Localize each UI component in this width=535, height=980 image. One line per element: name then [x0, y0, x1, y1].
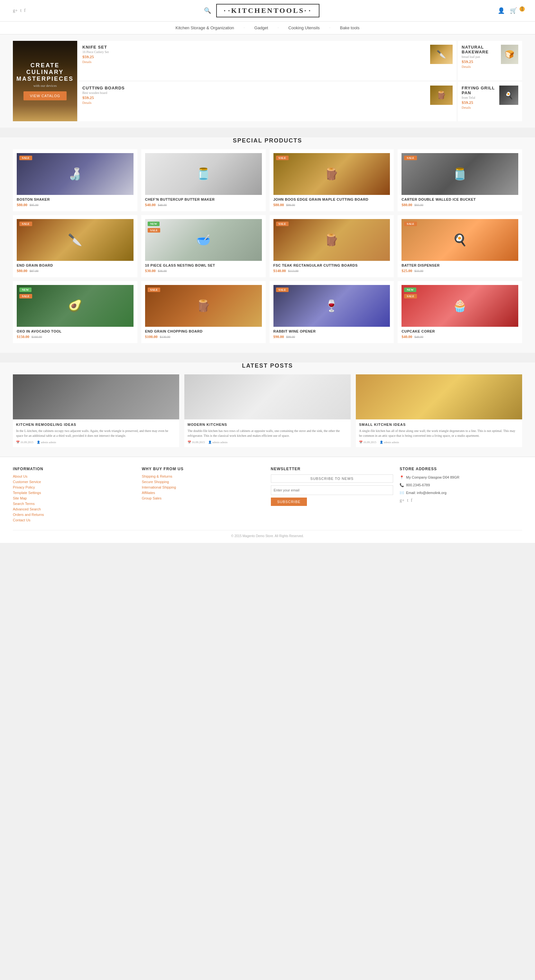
footer-link-customer-service[interactable]: Customer Service — [13, 480, 135, 484]
footer-facebook-icon[interactable]: f — [411, 498, 412, 503]
footer-link-search-terms[interactable]: Search Terms — [13, 502, 135, 506]
badge-sale-7: SALE — [276, 221, 289, 226]
search-icon[interactable]: 🔍 — [204, 7, 211, 14]
hero-section: KNIFE SET 16 Piece Cutlery Set $59.25 De… — [0, 34, 535, 128]
footer-why-buy: WHY BUY FROM US Shipping & Returns Secur… — [142, 467, 264, 523]
post-card-remodeling: KITCHEN REMODELING IDEAS In the L-kitche… — [13, 374, 179, 447]
footer-social: g+ t f — [400, 498, 522, 503]
product-img-cutting-board-maple: SALE 🪵 — [274, 153, 390, 195]
newsletter-subscribe-button[interactable]: SUBSCRIBE — [271, 498, 307, 506]
footer-link-affiliates[interactable]: Affiliates — [142, 491, 264, 495]
footer-why-buy-title: WHY BUY FROM US — [142, 467, 264, 471]
hero-card-cutting-price: $59.25 — [82, 95, 125, 100]
newsletter-email-input[interactable] — [271, 485, 393, 495]
header-social: g+ t f — [13, 8, 25, 13]
post-img-modern-kitchens — [184, 374, 351, 419]
cart-icon[interactable]: 🛒1 — [510, 7, 522, 14]
special-products-title: SPECIAL PRODUCTS — [13, 137, 522, 144]
product-img-boston-shaker: SALE 🍶 — [17, 153, 134, 195]
hero-card-bakeware-img: 🍞 — [501, 45, 518, 64]
footer-link-about-us[interactable]: About Us — [13, 474, 135, 478]
footer-link-privacy-policy[interactable]: Privacy Policy — [13, 485, 135, 489]
logo: ·KITCHENTOOLS· — [216, 4, 320, 18]
footer-information: INFORMATION About Us Customer Service Pr… — [13, 467, 135, 523]
product-card-butter-maker: 🫙 CHEF'N BUTTERCUP BUTTER MAKER $40.00 $… — [141, 149, 266, 211]
product-card-boston-shaker: SALE 🍶 BOSTON SHAKER $80.00 $95.00 — [13, 149, 137, 211]
post-content-small-kitchen: SMALL KITCHEN IDEAS A single-file kitche… — [356, 419, 522, 447]
product-name-batter-dispenser: BATTER DISPENSER — [401, 263, 518, 267]
post-card-modern-kitchens: MODERN KITCHENS The double-file kitchen … — [184, 374, 351, 447]
badge-sale-3: SALE — [276, 156, 289, 160]
product-img-wine-opener: SALE 🍷 — [274, 285, 390, 327]
product-name-glass-bowl: 10 PIECE GLASS NESTING BOWL SET — [145, 263, 262, 267]
hero-card-knife-img: 🔪 — [430, 45, 453, 64]
nav-item-bake-tools[interactable]: Bake tools — [340, 25, 360, 30]
hero-card-bakeware-sub: bread loaf pan — [462, 55, 501, 59]
twitter-icon[interactable]: t — [20, 8, 22, 13]
badge-sale-11: SALE — [276, 288, 289, 292]
post-meta-remodeling: 📅 16.09.2015 👤 admin admin — [16, 441, 176, 444]
product-card-ice-bucket: SALE 🫙 CARTER DOUBLE WALLED ICE BUCKET $… — [398, 149, 522, 211]
badge-sale-12b: SALE — [404, 294, 417, 299]
hero-main-subtitle: with our devices — [33, 84, 57, 88]
hero-main: CREATE CULINARY MASTERPIECES with our de… — [13, 41, 77, 121]
badge-sale-6b: SALE — [148, 228, 161, 232]
footer-google-plus-icon[interactable]: g+ — [400, 498, 404, 503]
nav-item-cooking-utensils[interactable]: Cooking Utensils — [288, 25, 320, 30]
footer-twitter-icon[interactable]: t — [407, 498, 408, 503]
footer-link-advanced-search[interactable]: Advanced Search — [13, 507, 135, 511]
hero-card-cutting-sub: Best wooden board — [82, 91, 125, 95]
facebook-icon[interactable]: f — [24, 8, 26, 13]
nav-separator-3: · — [330, 25, 330, 30]
badge-new-6: NEW — [148, 221, 160, 226]
product-name-end-grain-board: END GRAIN BOARD — [17, 263, 134, 267]
nav-item-kitchen-storage[interactable]: Kitchen Storage & Organization — [175, 25, 234, 30]
nav-separator-2: · — [278, 25, 279, 30]
footer-link-group-sales[interactable]: Group Sales — [142, 496, 264, 500]
footer-link-orders-returns[interactable]: Orders and Returns — [13, 513, 135, 517]
product-price-teak-boards: $140.00 $113.00 — [274, 269, 390, 274]
hero-card-bakeware-link[interactable]: Details — [462, 65, 501, 68]
footer-link-template-settings[interactable]: Template Settings — [13, 491, 135, 495]
product-card-batter-dispenser: SALE 🍳 BATTER DISPENSER $25.00 $33.00 — [398, 215, 522, 277]
badge-sale-9b: SALE — [19, 294, 32, 299]
post-text-remodeling: In the L-kitchen, the cabinets occupy tw… — [16, 428, 176, 438]
hero-card-frying-img: 🍳 — [499, 86, 518, 105]
hero-card-knife-sub: 16 Piece Cutlery Set — [82, 50, 109, 54]
product-price-boston-shaker: $80.00 $95.00 — [17, 203, 134, 207]
user-icon[interactable]: 👤 — [498, 7, 505, 14]
nav-item-gadget[interactable]: Gadget — [255, 25, 268, 30]
footer-link-secure-shopping[interactable]: Secure Shopping — [142, 480, 264, 484]
footer-link-shipping[interactable]: Shipping & Returns — [142, 474, 264, 478]
post-title-modern-kitchens[interactable]: MODERN KITCHENS — [188, 423, 347, 426]
product-card-glass-bowl: NEW SALE 🥣 10 PIECE GLASS NESTING BOWL S… — [141, 215, 266, 277]
google-plus-icon[interactable]: g+ — [13, 8, 18, 13]
badge-new-12: NEW — [404, 288, 416, 292]
hero-card-cutting-img: 🪵 — [430, 86, 453, 105]
product-img-ice-bucket: SALE 🫙 — [401, 153, 518, 195]
footer-link-contact-us[interactable]: Contact Us — [13, 518, 135, 522]
product-price-batter-dispenser: $25.00 $33.00 — [401, 269, 518, 274]
product-card-avocado-tool: NEW SALE 🥑 OXO IN AVOCADO TOOL $150.00 $… — [13, 281, 137, 343]
product-price-end-grain-board: $80.00 $87.00 — [17, 269, 134, 274]
post-title-remodeling[interactable]: KITCHEN REMODELING IDEAS — [16, 423, 176, 426]
hero-card-bakeware-title: NATURAL BAKEWARE — [462, 45, 501, 54]
hero-card-cutting-link[interactable]: Details — [82, 101, 125, 105]
footer-address-location: 📍 My Company Glasgow D04 89GR — [400, 474, 522, 481]
hero-card-knife-link[interactable]: Details — [82, 60, 109, 64]
view-catalog-button[interactable]: VIEW CATALOG — [24, 91, 67, 100]
hero-card-knife-title: KNIFE SET — [82, 45, 109, 49]
post-meta-small-kitchen: 📅 16.09.2015 👤 admin admin — [359, 441, 519, 444]
post-content-modern-kitchens: MODERN KITCHENS The double-file kitchen … — [184, 419, 351, 447]
product-img-chopping-board: SALE 🪵 — [145, 285, 262, 327]
badge-new-9: NEW — [19, 288, 32, 292]
post-date-small-kitchen: 📅 16.09.2015 — [359, 441, 376, 444]
footer-link-site-map[interactable]: Site Map — [13, 496, 135, 500]
hero-card-frying-link[interactable]: Details — [462, 106, 499, 109]
post-img-small-kitchen — [356, 374, 522, 419]
footer-link-international-shipping[interactable]: International Shipping — [142, 485, 264, 489]
location-icon: 📍 — [400, 474, 404, 481]
product-name-ice-bucket: CARTER DOUBLE WALLED ICE BUCKET — [401, 197, 518, 201]
post-title-small-kitchen[interactable]: SMALL KITCHEN IDEAS — [359, 423, 519, 426]
footer-newsletter-title: NEWSLETTER — [271, 467, 393, 471]
